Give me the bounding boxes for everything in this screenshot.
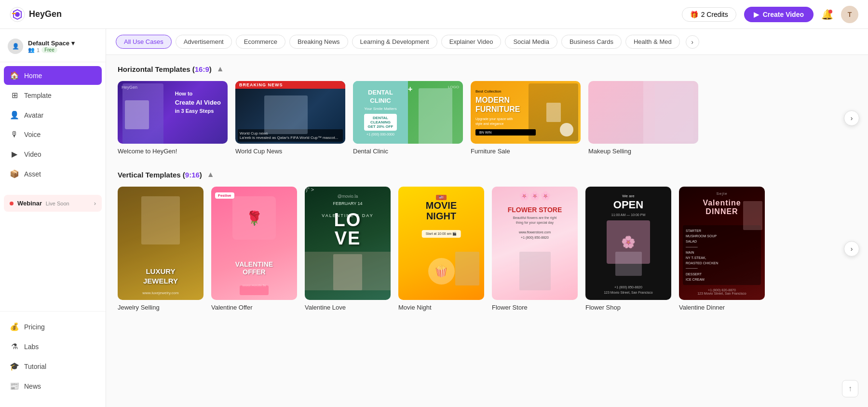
template-label-worldcup: World Cup News: [235, 148, 345, 155]
sidebar-item-template-label: Template: [24, 92, 52, 99]
user-avatar[interactable]: T: [841, 6, 858, 23]
filter-tab-all[interactable]: All Use Cases: [116, 35, 172, 49]
credits-label: 2 Credits: [701, 11, 728, 18]
template-card-makeup[interactable]: Makeup Selling: [588, 81, 698, 155]
filter-tab-health[interactable]: Health & Med: [625, 35, 680, 49]
webinar-label: Webinar: [17, 200, 42, 207]
sidebar-item-voice-label: Voice: [24, 131, 41, 138]
sidebar-item-avatar[interactable]: 👤 Avatar: [4, 106, 102, 124]
sidebar-item-pricing[interactable]: 💰 Pricing: [4, 317, 102, 336]
content-area: All Use Cases Advertisement Ecommerce Br…: [106, 29, 868, 407]
filter-tab-ecommerce[interactable]: Ecommerce: [236, 35, 285, 49]
chevron-right-icon: ›: [94, 200, 96, 207]
template-card-movie-night[interactable]: 🇺🇸 MOVIENIGHT Start at 10:00 am 🎬 🍿: [398, 187, 484, 311]
sidebar-item-voice[interactable]: 🎙 Voice: [4, 125, 102, 144]
sidebar-item-labs[interactable]: ⚗ Labs: [4, 337, 102, 356]
sidebar-item-tutorial[interactable]: 🎓 Tutorial: [4, 357, 102, 376]
horizontal-section-title: Horizontal Templates (16:9): [118, 65, 212, 73]
vertical-section-header: Vertical Templates (9:16) ▲: [118, 170, 856, 179]
filter-tab-social[interactable]: Social Media: [505, 35, 557, 49]
vertical-templates-container: LUXURYJEWELRY www.luxejewelry.com Jewelr…: [118, 187, 856, 311]
chevron-down-icon: ▾: [71, 40, 75, 47]
sidebar-item-asset[interactable]: 📦 Asset: [4, 164, 102, 183]
vertical-templates-row: LUXURYJEWELRY www.luxejewelry.com Jewelr…: [118, 187, 856, 311]
template-thumb-valentine-dinner: Sejte ValentineDINNER STARTERMUSHROOM SO…: [679, 187, 765, 300]
credits-button[interactable]: 🎁 2 Credits: [682, 7, 736, 22]
template-card-valentine-offer[interactable]: 🌹 Festive VALENTINEOFFER www.movio.la Va…: [211, 187, 297, 311]
sidebar-item-news[interactable]: 📰 News: [4, 377, 102, 395]
horizontal-scroll-right-button[interactable]: ›: [844, 110, 859, 126]
labs-icon: ⚗: [10, 342, 19, 351]
sidebar-item-labs-label: Labs: [24, 343, 39, 351]
filter-tab-business-cards[interactable]: Business Cards: [561, 35, 622, 49]
template-card-dental[interactable]: DENTALCLINIC Your Smile Matters DENTALCL…: [353, 81, 463, 155]
sidebar-item-avatar-label: Avatar: [24, 111, 43, 119]
notifications-button[interactable]: 🔔: [821, 9, 833, 20]
pricing-icon: 💰: [10, 322, 19, 331]
webinar-banner[interactable]: Webinar Live Soon ›: [4, 195, 102, 212]
template-thumb-valentine-offer: 🌹 Festive VALENTINEOFFER www.movio.la: [211, 187, 297, 300]
workspace-name: Default Space ▾: [28, 40, 98, 47]
sidebar: 👤 Default Space ▾ 👥 1 Free 🏠 Home: [0, 29, 106, 407]
template-label-makeup: Makeup Selling: [588, 148, 698, 155]
home-icon: 🏠: [10, 71, 19, 80]
template-label-movie-night: Movie Night: [398, 304, 484, 311]
template-card-worldcup[interactable]: BREAKING NEWS World Cup newsLa'eeb is re…: [235, 81, 345, 155]
sidebar-bottom: 💰 Pricing ⚗ Labs 🎓 Tutorial 📰 News: [0, 311, 106, 401]
sidebar-item-home[interactable]: 🏠 Home: [4, 66, 102, 85]
video-plus-icon: ▶: [754, 11, 759, 18]
topbar: HeyGen 🎁 2 Credits ▶ Create Video 🔔 T: [0, 0, 868, 29]
template-label-flower-store: Flower Store: [492, 304, 578, 311]
sidebar-item-template[interactable]: ⊞ Template: [4, 86, 102, 105]
horizontal-section: Horizontal Templates (16:9) ▲: [118, 65, 856, 155]
workspace-avatar: 👤: [8, 39, 23, 54]
sidebar-item-tutorial-label: Tutorial: [24, 363, 46, 370]
vertical-collapse-button[interactable]: ▲: [207, 170, 215, 179]
vertical-scroll-right-button[interactable]: ›: [844, 241, 859, 257]
workspace-section[interactable]: 👤 Default Space ▾ 👥 1 Free: [0, 35, 106, 62]
filter-scroll-right-button[interactable]: ›: [686, 35, 699, 49]
workspace-sub: 👥 1 Free: [28, 47, 98, 53]
template-thumb-furniture: Best Collection MODERNFURNITURE Upgrade …: [471, 81, 581, 144]
sidebar-item-news-label: News: [24, 382, 41, 390]
template-label-heygen-welcome: Welcome to HeyGen!: [118, 148, 228, 155]
template-card-flower-store[interactable]: 🌸🌸🌸 FLOWER STORE Beautiful flowers are t…: [492, 187, 578, 311]
template-label-valentine-dinner: Valentine Dinner: [679, 304, 765, 311]
filter-tab-explainer[interactable]: Explainer Video: [441, 35, 502, 49]
sidebar-nav: 🏠 Home ⊞ Template 👤 Avatar 🎙 Voice ▶ Vid…: [0, 66, 106, 183]
main-layout: 👤 Default Space ▾ 👥 1 Free 🏠 Home: [0, 29, 868, 407]
sidebar-item-home-label: Home: [24, 72, 42, 80]
template-label-valentine-love: Valentine Love: [305, 304, 391, 311]
horizontal-collapse-button[interactable]: ▲: [217, 65, 224, 73]
free-badge: Free: [41, 47, 57, 53]
vertical-section: Vertical Templates (9:16) ▲ LUXURYJEWELR…: [118, 170, 856, 311]
logo: HeyGen: [10, 7, 62, 22]
vertical-section-title: Vertical Templates (9:16): [118, 171, 202, 179]
create-video-button[interactable]: ▶ Create Video: [744, 7, 814, 22]
tutorial-icon: 🎓: [10, 362, 19, 371]
horizontal-section-header: Horizontal Templates (16:9) ▲: [118, 65, 856, 73]
sidebar-item-video[interactable]: ▶ Video: [4, 145, 102, 163]
sidebar-item-asset-label: Asset: [24, 170, 41, 178]
webinar-live-dot: [10, 202, 14, 205]
svg-point-1: [15, 12, 20, 17]
back-to-top-button[interactable]: ↑: [842, 380, 858, 397]
template-card-heygen-welcome[interactable]: How toCreate AI Videoin 3 Easy Steps Hey…: [118, 81, 228, 155]
asset-icon: 📦: [10, 169, 19, 178]
filter-tab-learning[interactable]: Learning & Development: [352, 35, 437, 49]
template-label-dental: Dental Clinic: [353, 148, 463, 155]
template-card-valentine-dinner[interactable]: Sejte ValentineDINNER STARTERMUSHROOM SO…: [679, 187, 765, 311]
template-label-jewelry: Jewelry Selling: [118, 304, 203, 311]
template-card-valentine-love[interactable]: ')" > @movio.la FEBRUARY 14 LOVE VALENTI…: [305, 187, 391, 311]
template-card-flower-shop[interactable]: We are OPEN 11:00 AM — 10:00 PM 🌸 +1 (80…: [585, 187, 671, 311]
template-card-jewelry[interactable]: LUXURYJEWELRY www.luxejewelry.com Jewelr…: [118, 187, 203, 311]
template-card-furniture[interactable]: Best Collection MODERNFURNITURE Upgrade …: [471, 81, 581, 155]
filter-tab-breaking-news[interactable]: Breaking News: [289, 35, 348, 49]
logo-text: HeyGen: [29, 9, 62, 19]
template-thumb-makeup: [588, 81, 698, 144]
avatar-icon: 👤: [10, 110, 19, 120]
video-icon: ▶: [10, 149, 19, 159]
template-thumb-flower-store: 🌸🌸🌸 FLOWER STORE Beautiful flowers are t…: [492, 187, 578, 300]
template-thumb-movie-night: 🇺🇸 MOVIENIGHT Start at 10:00 am 🎬 🍿: [398, 187, 484, 300]
filter-tab-advertisement[interactable]: Advertisement: [176, 35, 232, 49]
